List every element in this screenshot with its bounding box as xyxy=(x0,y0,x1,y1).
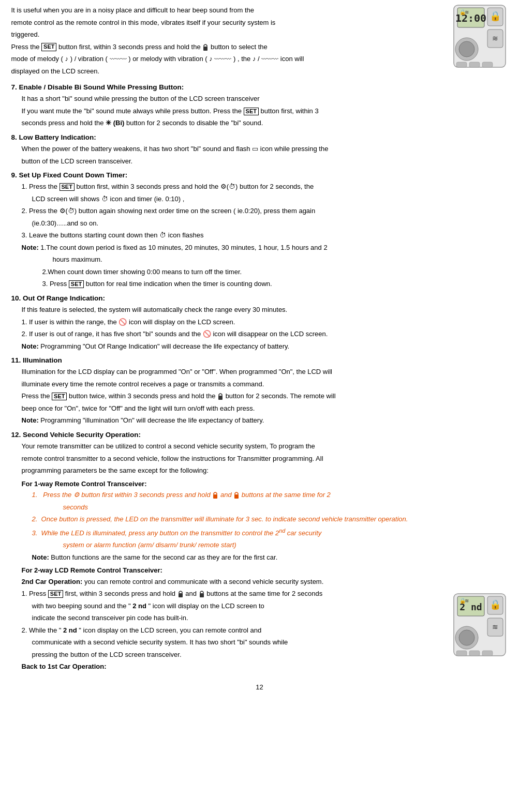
svg-rect-33 xyxy=(200,593,204,597)
section10-item1: 1. If user is within the range, the 🚫 ic… xyxy=(22,317,508,327)
device-image-2: 🔒 ≋ 2 nd 🔒 ≋ xyxy=(451,591,508,660)
svg-rect-14 xyxy=(203,47,207,51)
section10-line1: If this feature is selected, the system … xyxy=(22,305,508,315)
item-1way-1: 1. Press the ⚙ button first within 3 sec… xyxy=(32,490,508,500)
section8-header: 8. Low Battery Indication: xyxy=(11,132,508,143)
item-1way-2: 2. Once button is pressed, the LED on th… xyxy=(32,514,508,524)
svg-rect-13 xyxy=(482,62,493,67)
section9-item3: 3. Leave the buttons starting count down… xyxy=(22,230,508,240)
page-content: 🔒 ≋ 12:00 🔒 ≋ It is useful when xyxy=(11,5,508,692)
svg-point-28 xyxy=(459,630,474,645)
svg-rect-32 xyxy=(179,593,183,597)
intro-line2: remote control as the remote control in … xyxy=(11,18,508,28)
section9-note: Note: 1.The count down period is fixed a… xyxy=(22,243,508,289)
svg-rect-31 xyxy=(482,651,493,656)
lock-icon-3 xyxy=(212,491,218,499)
step2-line1: 2. While the " 2 nd " icon display on th… xyxy=(22,625,508,636)
section7-line2: If you want mute the "bi" sound mute alw… xyxy=(22,106,508,116)
section8-line1: When the power of the battery weakens, i… xyxy=(22,144,508,154)
section11-line3: Press the SET button twice, within 3 sec… xyxy=(22,391,508,401)
svg-text:≋: ≋ xyxy=(492,623,498,631)
set-badge-s7: SET xyxy=(244,108,259,115)
set-badge-s9-2: SET xyxy=(69,280,84,288)
section8-line2: button of the LCD screen transceiver. xyxy=(22,156,508,167)
note-1way: Note: Button functions are the same for … xyxy=(32,552,508,563)
svg-text:≋: ≋ xyxy=(465,9,469,15)
section7-header: 7. Enable / Disable Bi Sound While Press… xyxy=(11,82,508,93)
page-number: 12 xyxy=(11,682,508,693)
items-1way: 1. Press the ⚙ button first within 3 sec… xyxy=(32,490,508,550)
section9-header: 9. Set Up Fixed Count Down Timer: xyxy=(11,170,508,181)
step1-line1: 1. Press SET first, within 3 seconds pre… xyxy=(22,589,508,599)
intro-line5b: displayed on the LCD screen. xyxy=(11,66,508,77)
step1-line2: with two beeping sound and the " 2 nd " … xyxy=(32,601,508,611)
section12-line3: programming parameters be the same excep… xyxy=(22,465,508,476)
section9-item1: 1. Press the SET button first, within 3 … xyxy=(22,182,508,204)
intro-line3: triggered. xyxy=(11,29,508,40)
svg-rect-17 xyxy=(234,494,239,499)
intro-line5: mode of melody ( ♪ ) / vibration ( 〰〰〰 )… xyxy=(11,54,508,64)
intro-line1: It is useful when you are in a noisy pla… xyxy=(11,5,508,16)
svg-text:🔒: 🔒 xyxy=(490,599,501,610)
svg-text:≋: ≋ xyxy=(465,598,469,604)
svg-rect-12 xyxy=(469,62,480,67)
svg-rect-29 xyxy=(456,651,467,656)
section12-line2: remote control transmitter to a second v… xyxy=(22,454,508,464)
lock-icon-1 xyxy=(202,43,209,51)
svg-text:≋: ≋ xyxy=(492,34,498,42)
step2-line2: communicate with a second vehicle securi… xyxy=(32,637,508,648)
svg-rect-11 xyxy=(456,62,467,67)
svg-rect-15 xyxy=(218,396,223,400)
subheader-2way: For 2-way LCD Remote Control Transceiver… xyxy=(22,565,508,576)
device-image-1: 🔒 ≋ 12:00 🔒 ≋ xyxy=(451,3,508,71)
2nd-car-op: 2nd Car Operation: you can remote contro… xyxy=(22,577,508,587)
lock-icon-2 xyxy=(217,393,224,400)
svg-rect-30 xyxy=(469,651,480,656)
set-badge-step1: SET xyxy=(48,590,63,598)
section7-line3: seconds press and hold the ✳ (Bi) button… xyxy=(22,118,508,128)
section11-line1: Illumination for the LCD display can be … xyxy=(22,367,508,377)
step1-section: 🔒 ≋ 2 nd 🔒 ≋ 1. Press SET first, within … xyxy=(11,589,508,661)
set-badge-s9-1: SET xyxy=(60,183,75,191)
lock-icon-5 xyxy=(177,590,184,598)
section10-item2: 2. If user is out of range, it has five … xyxy=(22,329,508,339)
svg-point-10 xyxy=(459,41,474,57)
svg-text:🔒: 🔒 xyxy=(490,10,501,22)
section12-line1: Your remote transmitter can be utilized … xyxy=(22,441,508,452)
section10-note: Note: Programming "Out Of Range Indicati… xyxy=(22,341,508,352)
lock-icon-6 xyxy=(199,590,205,598)
section7-line1: It has a short "bi" sound while pressing… xyxy=(22,94,508,104)
section10-header: 10. Out Of Range Indication: xyxy=(11,293,508,304)
lock-icon-4 xyxy=(233,491,240,499)
section11-line2: illuminate every time the remote control… xyxy=(22,379,508,389)
intro-line4: Press the SET button first, within 3 sec… xyxy=(11,42,508,52)
section11-line4: beep once for "On", twice for "Off" and … xyxy=(22,403,508,414)
set-badge-s11: SET xyxy=(52,393,67,400)
step1-line3: indicate the second transceiver pin code… xyxy=(32,613,508,623)
svg-rect-16 xyxy=(213,494,217,499)
intro-section: 🔒 ≋ 12:00 🔒 ≋ It is useful when xyxy=(11,5,508,78)
section11-header: 11. Illumination xyxy=(11,355,508,366)
section12-header: 12. Second Vehicle Security Operation: xyxy=(11,430,508,440)
section9-item2: 2. Press the ⚙(⏱) button again showing n… xyxy=(22,206,508,228)
item-1way-3: 3. While the LED is illuminated, press a… xyxy=(32,527,508,538)
section11-note: Note: Programming "illumination "On" wil… xyxy=(22,415,508,426)
set-badge-intro: SET xyxy=(41,43,56,51)
back-label: Back to 1st Car Operation: xyxy=(22,661,508,672)
subheader-1way: For 1-way Remote Control Transceiver: xyxy=(22,479,508,489)
step2-line3: pressing the button of the LCD screen tr… xyxy=(32,650,508,660)
